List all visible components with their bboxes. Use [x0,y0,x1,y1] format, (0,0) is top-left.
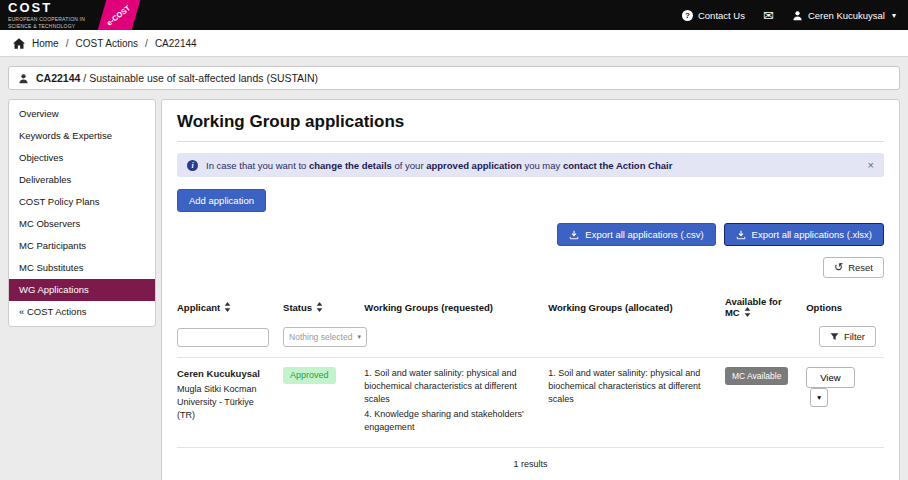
page-title: Working Group applications [177,112,884,142]
export-csv-button[interactable]: Export all applications (.csv) [557,223,715,246]
user-name: Ceren Kucukuysal [808,10,885,21]
sidebar-item-deliverables[interactable]: Deliverables [9,169,155,191]
export-csv-label: Export all applications (.csv) [585,229,703,240]
sidebar-item-back-cost-actions[interactable]: « COST Actions [9,301,155,323]
applications-table: Applicant Status Working Groups (request… [177,291,884,448]
content-area: Overview Keywords & Expertise Objectives… [8,99,900,480]
col-header-wg-allocated: Working Groups (allocated) [548,291,725,324]
filter-label: Filter [844,331,865,342]
breadcrumb-home[interactable]: Home [32,38,59,49]
action-separator: / [80,72,89,84]
reset-icon: ↺ [834,262,843,273]
sidebar-item-keywords-expertise[interactable]: Keywords & Expertise [9,125,155,147]
sidebar-item-wg-applications[interactable]: WG Applications [9,279,155,301]
row-options-caret-button[interactable]: ▾ [810,388,828,407]
table-header-row: Applicant Status Working Groups (request… [177,291,884,324]
action-code: CA22144 [36,72,80,84]
status-filter-value: Nothing selected [289,332,352,342]
sidebar-item-cost-policy-plans[interactable]: COST Policy Plans [9,191,155,213]
cost-logo-text: COST [8,1,86,14]
reset-label: Reset [848,262,873,273]
sort-icon [224,302,231,312]
add-application-button[interactable]: Add application [177,189,266,212]
export-xlsx-button[interactable]: Export all applications (.xlsx) [724,223,884,246]
filter-icon [830,332,839,341]
col-header-status[interactable]: Status [283,291,364,324]
cost-logo[interactable]: COST EUROPEAN COOPERATION IN SCIENCE & T… [8,0,86,30]
ecost-ribbon-label: e-COST [105,3,132,27]
home-icon[interactable] [13,38,25,49]
applicant-name: Ceren Kucukuysal [177,367,273,381]
col-header-options: Options [806,291,884,324]
action-header: CA22144 / Sustainable use of salt-affect… [8,66,900,90]
wg-requested-item: 4. Knowledge sharing and stakeholders' e… [364,408,538,434]
export-xlsx-label: Export all applications (.xlsx) [752,229,872,240]
mc-available-cell: MC Available [725,358,806,448]
main-panel: Working Group applications i In case tha… [161,99,900,480]
download-icon [569,230,579,240]
status-cell: Approved [283,358,364,448]
cost-logo-subtext: EUROPEAN COOPERATION IN SCIENCE & TECHNO… [8,16,86,29]
action-title: Sustainable use of salt-affected lands (… [89,72,318,84]
col-header-wg-requested: Working Groups (requested) [364,291,548,324]
person-icon [18,73,29,84]
export-row: Export all applications (.csv) Export al… [177,223,884,246]
table-filter-row: Nothing selected ▾ Filter [177,324,884,358]
sidebar: Overview Keywords & Expertise Objectives… [8,99,156,327]
sidebar-item-objectives[interactable]: Objectives [9,147,155,169]
options-cell: View▾ [806,358,884,448]
wg-allocated-item: 1. Soil and water salinity: physical and… [548,367,715,406]
breadcrumb-separator: / [66,38,69,49]
sidebar-item-mc-substitutes[interactable]: MC Substitutes [9,257,155,279]
col-header-applicant[interactable]: Applicant [177,291,283,324]
applicant-affiliation: Mugla Sitki Kocman University - Türkiye … [177,383,273,422]
applicant-filter-input[interactable] [177,328,269,347]
sidebar-item-mc-participants[interactable]: MC Participants [9,235,155,257]
applicant-cell: Ceren Kucukuysal Mugla Sitki Kocman Univ… [177,358,283,448]
status-badge: Approved [283,367,336,384]
mc-available-badge: MC Available [725,367,788,385]
sort-icon [316,302,323,312]
col-header-available-for-mc[interactable]: Available for MC [725,291,806,324]
wg-allocated-cell: 1. Soil and water salinity: physical and… [548,358,725,448]
ecost-ribbon: e-COST [98,0,141,30]
question-circle-icon: ? [682,10,693,21]
breadcrumb-ca22144[interactable]: CA22144 [155,38,197,49]
topbar-right: ? Contact Us ✉ Ceren Kucukuysal ▾ [682,9,896,22]
info-icon: i [187,160,198,171]
user-icon [792,10,803,21]
caret-down-icon: ▾ [892,11,896,20]
contact-us-label: Contact Us [698,10,745,21]
breadcrumb: Home / COST Actions / CA22144 [0,30,908,57]
filter-button[interactable]: Filter [819,326,876,347]
contact-us-link[interactable]: ? Contact Us [682,10,745,21]
table-row: Ceren Kucukuysal Mugla Sitki Kocman Univ… [177,358,884,448]
sidebar-item-mc-observers[interactable]: MC Observers [9,213,155,235]
top-bar: COST EUROPEAN COOPERATION IN SCIENCE & T… [0,0,908,30]
results-count: 1 results [177,459,884,469]
close-icon[interactable]: × [868,159,874,171]
wg-requested-item: 1. Soil and water salinity: physical and… [364,367,538,406]
breadcrumb-cost-actions[interactable]: COST Actions [75,38,138,49]
sort-icon [744,307,751,317]
view-button[interactable]: View [806,367,854,388]
reset-row: ↺ Reset [177,257,884,278]
mail-icon[interactable]: ✉ [763,9,774,22]
add-application-label: Add application [189,195,254,206]
user-menu[interactable]: Ceren Kucukuysal ▾ [792,10,896,21]
download-icon [736,230,746,240]
reset-button[interactable]: ↺ Reset [823,257,884,278]
chevron-down-icon: ▾ [358,333,362,341]
info-alert: i In case that you want to change the de… [177,153,884,177]
breadcrumb-separator: / [145,38,148,49]
wg-requested-cell: 1. Soil and water salinity: physical and… [364,358,548,448]
status-filter-select[interactable]: Nothing selected ▾ [283,327,367,347]
logo-area: COST EUROPEAN COOPERATION IN SCIENCE & T… [8,0,136,30]
sidebar-item-overview[interactable]: Overview [9,103,155,125]
alert-text: In case that you want to change the deta… [206,160,858,171]
